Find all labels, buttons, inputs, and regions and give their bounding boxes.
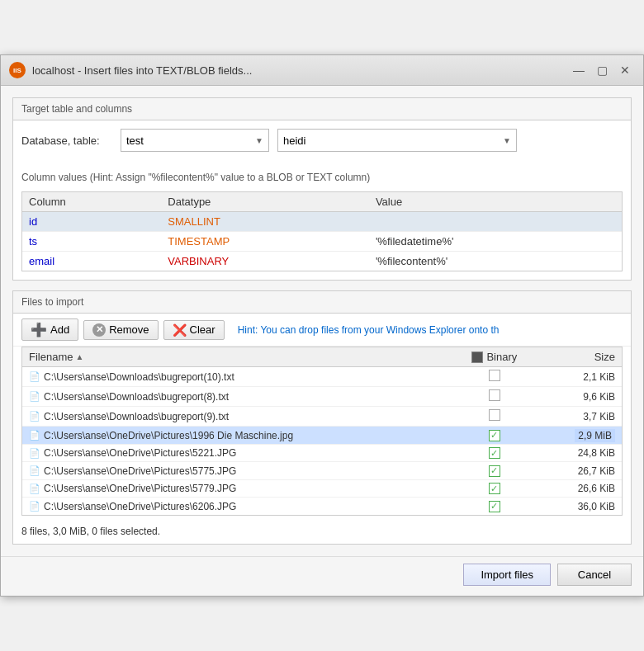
- column-datatype: TIMESTAMP: [161, 232, 369, 252]
- clear-icon: ❌: [173, 323, 187, 337]
- import-button[interactable]: Import files: [463, 564, 551, 586]
- col-header-column: Column: [22, 192, 161, 212]
- file-row[interactable]: 📄C:\Users\anse\Downloads\bugreport(9).tx…: [22, 407, 622, 427]
- table-select[interactable]: heidi ▼: [277, 129, 517, 152]
- app-icon: IIS: [9, 62, 26, 78]
- file-binary-checkbox[interactable]: ✓: [449, 462, 539, 480]
- file-size: 26,6 KiB: [539, 479, 622, 498]
- file-icon: 📄: [29, 465, 40, 476]
- file-size: 3,7 KiB: [539, 407, 622, 427]
- title-buttons: — ▢ ✕: [569, 62, 635, 78]
- remove-label: Remove: [109, 323, 149, 336]
- file-row[interactable]: 📄C:\Users\anse\OneDrive\Pictures\5221.JP…: [22, 444, 622, 462]
- file-path: 📄C:\Users\anse\OneDrive\Pictures\5775.JP…: [22, 462, 449, 480]
- minimize-button[interactable]: —: [569, 62, 589, 78]
- file-binary-checkbox[interactable]: [449, 367, 539, 387]
- database-select[interactable]: test ▼: [121, 129, 269, 152]
- file-binary-checkbox[interactable]: ✓: [449, 427, 539, 445]
- sort-arrow-icon: ▲: [75, 352, 83, 361]
- file-binary-checkbox[interactable]: ✓: [449, 498, 539, 515]
- add-label: Add: [50, 323, 69, 336]
- column-value: [369, 212, 622, 232]
- database-row: Database, table: test ▼ heidi ▼: [21, 129, 623, 152]
- file-path: 📄C:\Users\anse\OneDrive\Pictures\5779.JP…: [22, 479, 449, 498]
- filename-header-text: Filename: [29, 351, 73, 363]
- clear-button[interactable]: ❌ Clear: [163, 320, 225, 340]
- file-row[interactable]: 📄C:\Users\anse\OneDrive\Pictures\6206.JP…: [22, 498, 622, 515]
- file-size: 24,8 KiB: [539, 444, 622, 462]
- window-title: localhost - Insert files into TEXT/BLOB …: [32, 64, 252, 77]
- binary-header-icon: [471, 351, 483, 363]
- file-icon: 📄: [29, 430, 40, 441]
- target-section-content: Database, table: test ▼ heidi ▼: [13, 120, 631, 167]
- remove-button[interactable]: ✕ Remove: [83, 320, 158, 340]
- column-name: ts: [22, 232, 161, 252]
- file-icon: 📄: [29, 391, 40, 402]
- files-list-table: Filename ▲ Binary: [22, 347, 622, 515]
- title-bar-left: IIS localhost - Insert files into TEXT/B…: [9, 62, 252, 78]
- file-binary-checkbox[interactable]: ✓: [449, 444, 539, 462]
- file-row[interactable]: 📄C:\Users\anse\OneDrive\Pictures\5775.JP…: [22, 462, 622, 480]
- title-bar: IIS localhost - Insert files into TEXT/B…: [1, 55, 643, 86]
- column-row[interactable]: emailVARBINARY'%filecontent%': [22, 252, 622, 271]
- col-filename: Filename ▲: [22, 347, 449, 367]
- col-binary: Binary: [449, 347, 539, 367]
- file-row[interactable]: 📄C:\Users\anse\OneDrive\Pictures\5779.JP…: [22, 479, 622, 498]
- file-binary-checkbox[interactable]: [449, 387, 539, 407]
- close-button[interactable]: ✕: [615, 62, 635, 78]
- file-path: 📄C:\Users\anse\Downloads\bugreport(8).tx…: [22, 387, 449, 407]
- file-icon: 📄: [29, 448, 40, 459]
- column-name: id: [22, 212, 161, 232]
- column-value: '%filecontent%': [369, 252, 622, 271]
- cancel-button[interactable]: Cancel: [557, 564, 632, 586]
- file-path: 📄C:\Users\anse\OneDrive\Pictures\5221.JP…: [22, 444, 449, 462]
- content-area: Target table and columns Database, table…: [1, 86, 643, 556]
- files-toolbar: ➕ Add ✕ Remove ❌ Clear Hint: You can dro…: [13, 314, 631, 347]
- file-icon: 📄: [29, 411, 40, 422]
- file-path: 📄C:\Users\anse\OneDrive\Pictures\1996 Di…: [22, 427, 449, 445]
- file-binary-checkbox[interactable]: [449, 407, 539, 427]
- add-button[interactable]: ➕ Add: [21, 318, 78, 341]
- column-row[interactable]: tsTIMESTAMP'%filedatetime%': [22, 232, 622, 252]
- maximize-button[interactable]: ▢: [592, 62, 612, 78]
- file-size: 26,7 KiB: [539, 462, 622, 480]
- file-row[interactable]: 📄C:\Users\anse\Downloads\bugreport(8).tx…: [22, 387, 622, 407]
- column-datatype: VARBINARY: [161, 252, 369, 271]
- column-value: '%filedatetime%': [369, 232, 622, 252]
- file-size: 36,0 KiB: [539, 498, 622, 515]
- file-size: 2,9 MiB: [539, 427, 622, 445]
- file-size: 9,6 KiB: [539, 387, 622, 407]
- db-select-arrow: ▼: [255, 136, 263, 145]
- file-icon: 📄: [29, 371, 40, 382]
- files-section: Files to import ➕ Add ✕ Remove ❌ Clear H…: [12, 290, 632, 545]
- clear-label: Clear: [190, 323, 215, 336]
- file-icon: 📄: [29, 501, 40, 512]
- file-row[interactable]: 📄C:\Users\anse\Downloads\bugreport(10).t…: [22, 367, 622, 387]
- file-path: 📄C:\Users\anse\Downloads\bugreport(9).tx…: [22, 407, 449, 427]
- file-size: 2,1 KiB: [539, 367, 622, 387]
- files-list-container: Filename ▲ Binary: [21, 347, 623, 516]
- file-binary-checkbox[interactable]: ✓: [449, 479, 539, 498]
- file-icon: 📄: [29, 484, 40, 494]
- target-section: Target table and columns Database, table…: [12, 97, 632, 281]
- table-select-arrow: ▼: [503, 136, 511, 145]
- column-table: Column Datatype Value idSMALLINTtsTIMEST…: [22, 192, 622, 271]
- files-section-label: Files to import: [13, 291, 631, 314]
- add-icon: ➕: [31, 322, 47, 337]
- column-name: email: [22, 252, 161, 271]
- col-header-datatype: Datatype: [161, 192, 369, 212]
- column-datatype: SMALLINT: [161, 212, 369, 232]
- binary-header-text: Binary: [486, 351, 517, 363]
- col-header-value: Value: [369, 192, 622, 212]
- remove-icon: ✕: [92, 323, 106, 337]
- drop-hint: Hint: You can drop files from your Windo…: [238, 324, 500, 336]
- files-status: 8 files, 3,0 MiB, 0 files selected.: [13, 521, 631, 544]
- hint-text: Column values (Hint: Assign "%fileconten…: [13, 167, 631, 186]
- column-row[interactable]: idSMALLINT: [22, 212, 622, 232]
- footer: Import files Cancel: [1, 556, 643, 596]
- main-window: IIS localhost - Insert files into TEXT/B…: [0, 54, 644, 597]
- file-row[interactable]: 📄C:\Users\anse\OneDrive\Pictures\1996 Di…: [22, 427, 622, 445]
- file-path: 📄C:\Users\anse\Downloads\bugreport(10).t…: [22, 367, 449, 387]
- target-section-label: Target table and columns: [13, 98, 631, 120]
- db-label: Database, table:: [21, 134, 112, 147]
